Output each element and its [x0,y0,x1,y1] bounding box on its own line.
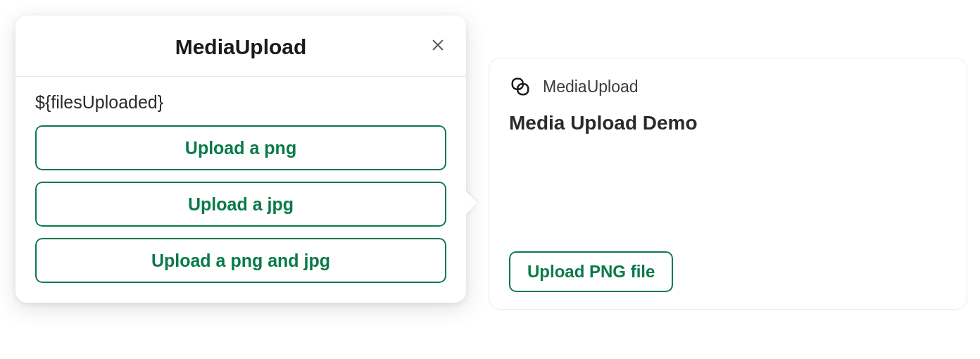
upload-jpg-button[interactable]: Upload a jpg [35,182,446,227]
media-upload-popover: MediaUpload ${filesUploaded} Upload a pn… [15,15,466,303]
close-icon [430,37,446,55]
card-footer: Upload PNG file [509,251,947,292]
card-title: Media Upload Demo [509,112,947,134]
media-upload-card: MediaUpload Media Upload Demo Upload PNG… [489,58,967,310]
popover-title: MediaUpload [175,35,307,59]
upload-png-file-button[interactable]: Upload PNG file [509,251,673,292]
close-button[interactable] [427,34,449,57]
button-label: Upload a png [185,138,296,158]
upload-png-button[interactable]: Upload a png [35,125,446,170]
popover-arrow [465,190,477,215]
button-label: Upload PNG file [527,262,655,282]
popover-header: MediaUpload [15,15,466,77]
card-subtitle: MediaUpload [543,77,639,96]
link-icon [509,75,532,98]
card-header: MediaUpload [509,75,947,98]
files-uploaded-label: ${filesUploaded} [35,92,446,113]
upload-png-and-jpg-button[interactable]: Upload a png and jpg [35,238,446,283]
button-label: Upload a jpg [188,194,294,215]
button-label: Upload a png and jpg [151,251,330,271]
popover-body: ${filesUploaded} Upload a png Upload a j… [15,77,466,283]
